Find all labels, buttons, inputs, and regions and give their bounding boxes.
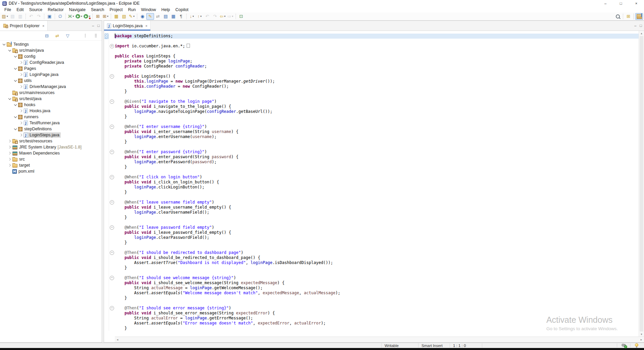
code-line[interactable]: Assert.assertTrue("Dashboard is not disp… bbox=[104, 260, 639, 265]
code-text[interactable]: loginPage.navigateToLoginPage(configRead… bbox=[115, 109, 639, 114]
tree-item-maven-dependencies[interactable]: Maven Dependencies bbox=[0, 150, 102, 156]
next-annotation-button[interactable]: ↓▾ bbox=[188, 13, 196, 20]
tree-item-hooks[interactable]: hooks bbox=[0, 102, 102, 108]
import-button[interactable]: ▧ bbox=[120, 13, 128, 20]
code-line[interactable] bbox=[104, 49, 639, 54]
menu-project[interactable]: Project bbox=[107, 7, 126, 12]
code-line[interactable]: } bbox=[104, 139, 639, 144]
code-text[interactable]: loginPage.enterUsername(username); bbox=[115, 134, 639, 139]
code-line[interactable]: − @Then("I should be redirected to dashb… bbox=[104, 250, 639, 255]
code-line[interactable] bbox=[104, 170, 639, 175]
code-line[interactable]: − @When("I leave password field empty") bbox=[104, 225, 639, 230]
view-menu-button[interactable] bbox=[82, 32, 89, 39]
code-line[interactable]: − @When("I leave username field empty") bbox=[104, 200, 639, 205]
code-line[interactable]: public void i_click_on_login_button() { bbox=[104, 180, 639, 185]
java-perspective-button[interactable] bbox=[635, 13, 643, 20]
code-text[interactable] bbox=[115, 39, 639, 44]
code-line[interactable]: public class LoginSteps { bbox=[104, 54, 639, 59]
show-whitespace-button[interactable]: ¶ bbox=[177, 13, 185, 20]
annotate-button[interactable]: ✎▾ bbox=[128, 13, 136, 20]
code-line[interactable]: loginPage.clearUsernameField(); bbox=[104, 210, 639, 215]
code-text[interactable]: @When("I leave password field empty") bbox=[115, 225, 639, 230]
code-line[interactable] bbox=[104, 220, 639, 225]
code-text[interactable]: private ConfigReader configReader; bbox=[115, 64, 639, 69]
tree-item-loginpage-java[interactable]: LoginPage.java bbox=[0, 72, 102, 78]
expander-open-icon[interactable] bbox=[13, 116, 18, 119]
tree-item-jre-system-library[interactable]: JRE System Library[JavaSE-1.8] bbox=[0, 144, 102, 150]
code-text[interactable]: public class LoginSteps { bbox=[115, 54, 639, 59]
redo-button[interactable]: ↷ bbox=[35, 13, 43, 20]
code-text[interactable]: @Given("I navigate to the login page") bbox=[115, 99, 639, 104]
code-line[interactable]: String actualError = loginPage.getErrorM… bbox=[104, 316, 639, 321]
search-icon[interactable] bbox=[614, 13, 622, 20]
code-line[interactable] bbox=[104, 270, 639, 275]
code-text[interactable]: @When("I enter username {string}") bbox=[115, 124, 639, 129]
code-text[interactable]: String actualMessage = loginPage.getWelc… bbox=[115, 286, 639, 291]
collapse-fold-icon[interactable]: − bbox=[110, 125, 114, 129]
code-line[interactable]: } bbox=[104, 240, 639, 245]
code-text[interactable]: Assert.assertEquals("Error message doesn… bbox=[115, 321, 639, 326]
menu-refactor[interactable]: Refactor bbox=[45, 7, 66, 12]
debug-button[interactable]: Ж▾ bbox=[67, 13, 75, 20]
back-button-dropdown[interactable]: ▾ bbox=[224, 15, 226, 18]
collapse-fold-icon[interactable]: − bbox=[110, 150, 114, 154]
next-annotation-button-dropdown[interactable]: ▾ bbox=[193, 15, 194, 18]
code-line[interactable]: − @Given("I navigate to the login page") bbox=[104, 99, 639, 104]
expander-closed-icon[interactable] bbox=[7, 140, 12, 142]
code-text[interactable]: } bbox=[115, 165, 639, 170]
code-line[interactable]: } bbox=[104, 215, 639, 220]
expander-closed-icon[interactable] bbox=[18, 86, 23, 88]
code-line[interactable] bbox=[104, 119, 639, 124]
code-line[interactable]: Assert.assertEquals("Welcome message doe… bbox=[104, 291, 639, 296]
code-line[interactable]: − @Then("I should see error message {str… bbox=[104, 306, 639, 311]
close-button[interactable]: × bbox=[629, 0, 644, 7]
horizontal-scrollbar[interactable]: ◂ ▸ bbox=[115, 337, 644, 342]
code-text[interactable]: private LoginPage loginPage; bbox=[115, 59, 639, 64]
code-line[interactable]: loginPage.navigateToLoginPage(configRead… bbox=[104, 109, 639, 114]
code-line[interactable]: private LoginPage loginPage; bbox=[104, 59, 639, 64]
code-line[interactable]: loginPage.clearPasswordField(); bbox=[104, 235, 639, 240]
code-line[interactable] bbox=[104, 94, 639, 99]
tree-item-testrunner-java[interactable]: TestRunner.java bbox=[0, 120, 102, 126]
code-line[interactable]: public void i_enter_username(String user… bbox=[104, 129, 639, 134]
expander-closed-icon[interactable] bbox=[18, 122, 23, 124]
tree-item-stepdefinitions[interactable]: stepDefinitions bbox=[0, 126, 102, 132]
expander-closed-icon[interactable] bbox=[18, 110, 23, 112]
menu-edit[interactable]: Edit bbox=[14, 7, 27, 12]
tree-item-loginsteps-java[interactable]: LoginSteps.java bbox=[0, 132, 102, 138]
code-line[interactable] bbox=[104, 245, 639, 250]
code-text[interactable] bbox=[115, 119, 639, 124]
menu-search[interactable]: Search bbox=[88, 7, 107, 12]
code-text[interactable] bbox=[115, 49, 639, 54]
tab-loginsteps-java[interactable]: LoginSteps.java × bbox=[104, 21, 151, 31]
collapse-all-button[interactable]: ⊟ bbox=[43, 32, 51, 39]
code-line[interactable]: loginPage.clickLoginButton(); bbox=[104, 185, 639, 190]
open-perspective-button[interactable]: ⊞ bbox=[625, 13, 632, 20]
collapse-fold-icon[interactable]: − bbox=[110, 74, 114, 79]
tree-item-src-main-java[interactable]: src/main/java bbox=[0, 47, 102, 53]
code-line[interactable] bbox=[104, 69, 639, 74]
code-text[interactable] bbox=[115, 270, 639, 275]
code-text[interactable]: public void i_should_be_redirected_to_da… bbox=[115, 255, 639, 260]
tree-item-src-test-resources[interactable]: src/test/resources bbox=[0, 138, 102, 144]
new-wizard-button[interactable]: ▨▾ bbox=[1, 13, 9, 20]
new-java-project-button[interactable]: ⊞ bbox=[94, 13, 102, 20]
code-line[interactable]: package stepDefinitions; bbox=[104, 34, 639, 39]
run-config-button[interactable]: ▶▾ bbox=[83, 13, 91, 20]
open-resource-button[interactable]: ▦ bbox=[112, 13, 120, 20]
code-text[interactable]: public LoginSteps() { bbox=[115, 74, 639, 79]
new-java-class-button[interactable]: ⊞▾ bbox=[102, 13, 109, 20]
tree-item-src[interactable]: src bbox=[0, 156, 102, 162]
new-java-class-button-dropdown[interactable]: ▾ bbox=[107, 15, 108, 18]
close-tab-icon[interactable]: × bbox=[145, 24, 147, 28]
code-text[interactable]: @Then("I should see error message {strin… bbox=[115, 306, 639, 311]
expander-closed-icon[interactable] bbox=[18, 74, 23, 76]
code-line[interactable] bbox=[104, 144, 639, 149]
skip-breakpoints-button[interactable]: ∅ bbox=[56, 13, 64, 20]
expander-open-icon[interactable] bbox=[13, 55, 18, 58]
code-text[interactable]: @When("I click on login button") bbox=[115, 175, 639, 180]
expander-open-icon[interactable] bbox=[13, 128, 18, 131]
code-line[interactable]: public void i_enter_password(String pass… bbox=[104, 155, 639, 160]
code-text[interactable]: public void i_leave_username_field_empty… bbox=[115, 205, 639, 210]
code-line[interactable]: } bbox=[104, 265, 639, 270]
